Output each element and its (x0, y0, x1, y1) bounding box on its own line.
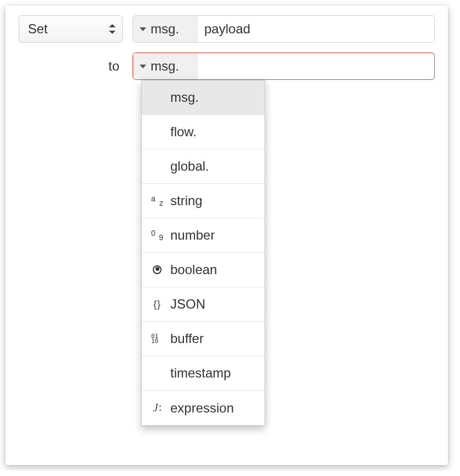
string-icon (150, 196, 165, 206)
type-option-label: expression (170, 400, 234, 416)
type-option-flow[interactable]: flow. (142, 115, 264, 149)
type-option-buffer[interactable]: buffer (142, 322, 264, 356)
rule-row-property: Set msg. payload (19, 15, 435, 43)
value-typed-input: msg. (133, 53, 435, 80)
property-type-prefix-label: msg. (151, 21, 179, 37)
to-label-cell: to (19, 59, 123, 74)
type-option-msg[interactable]: msg. (142, 80, 264, 115)
type-option-label: JSON (170, 297, 205, 312)
rule-row-value: to msg. (19, 53, 435, 80)
type-option-global[interactable]: global. (142, 149, 264, 184)
type-option-label: number (170, 228, 215, 243)
property-type-prefix[interactable]: msg. (133, 16, 198, 42)
type-option-label: buffer (170, 331, 204, 346)
caret-down-icon (140, 27, 146, 31)
type-option-expression[interactable]: J expression (142, 391, 264, 425)
type-option-json[interactable]: {} JSON (142, 287, 264, 322)
value-type-dropdown: msg. flow. global. string number boolean… (141, 80, 265, 426)
boolean-icon (150, 265, 165, 274)
type-option-label: flow. (170, 124, 197, 140)
property-typed-input: msg. payload (133, 15, 435, 43)
expression-icon: J (150, 402, 165, 414)
value-type-prefix-label: msg. (151, 59, 179, 74)
type-option-label: timestamp (170, 365, 231, 381)
value-type-prefix[interactable]: msg. (133, 53, 198, 79)
buffer-icon (150, 333, 165, 344)
property-input[interactable]: payload (198, 16, 434, 42)
type-option-label: boolean (170, 262, 217, 277)
to-label: to (108, 59, 119, 74)
up-down-icon (109, 24, 116, 34)
type-option-string[interactable]: string (142, 184, 264, 218)
type-option-boolean[interactable]: boolean (142, 253, 264, 287)
type-option-timestamp[interactable]: timestamp (142, 356, 264, 391)
change-rule-panel: Set msg. payload to msg. msg. (5, 5, 448, 465)
value-input[interactable] (198, 53, 434, 79)
type-option-label: global. (170, 159, 209, 174)
type-option-label: string (170, 193, 203, 208)
operation-select[interactable]: Set (19, 15, 123, 43)
number-icon (150, 230, 165, 240)
operation-select-label: Set (28, 21, 48, 37)
type-option-label: msg. (170, 90, 199, 105)
caret-down-icon (140, 65, 146, 68)
json-icon: {} (150, 299, 165, 310)
type-option-number[interactable]: number (142, 218, 264, 253)
